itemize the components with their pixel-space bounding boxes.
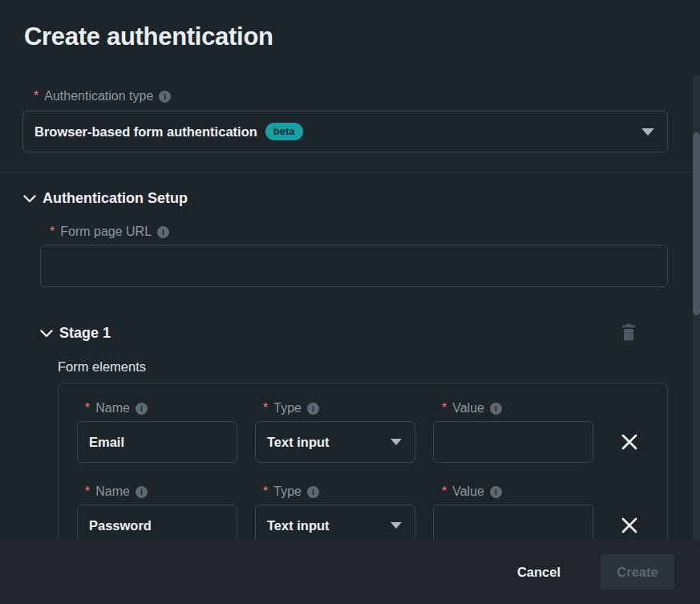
info-icon[interactable]: i — [136, 486, 148, 498]
row1-type-select[interactable]: Text input — [255, 421, 415, 463]
beta-badge: beta — [265, 123, 303, 140]
x-icon — [621, 433, 638, 451]
row1-name-label: * Name i — [85, 401, 148, 416]
row2-value-label: * Value i — [442, 484, 502, 499]
create-button[interactable]: Create — [601, 554, 674, 590]
info-icon[interactable]: i — [136, 403, 148, 415]
section-divider — [0, 172, 693, 172]
row2-name-label: * Name i — [85, 484, 148, 499]
row1-type-selected-value: Text input — [267, 435, 330, 450]
info-icon[interactable]: i — [159, 91, 171, 103]
required-marker: * — [34, 89, 38, 103]
required-marker: * — [50, 225, 55, 239]
scrollbar-thumb[interactable] — [693, 132, 700, 315]
info-icon[interactable]: i — [490, 403, 502, 415]
info-icon[interactable]: i — [307, 403, 319, 415]
row2-remove-button[interactable] — [617, 513, 641, 537]
info-icon[interactable]: i — [490, 486, 502, 498]
info-icon[interactable]: i — [157, 226, 169, 238]
form-page-url-input[interactable] — [40, 245, 668, 287]
row2-value-label-text: Value — [452, 484, 484, 499]
chevron-down-icon — [390, 522, 402, 529]
row1-value-label-text: Value — [452, 401, 484, 416]
auth-type-select[interactable]: Browser-based form authentication beta — [22, 111, 668, 152]
delete-stage-button[interactable] — [618, 321, 639, 346]
chevron-down-icon — [23, 195, 36, 203]
dialog-title: Create authentication — [24, 22, 273, 51]
form-page-url-label-text: Form page URL — [60, 225, 152, 239]
info-icon[interactable]: i — [307, 486, 319, 498]
row2-name-label-text: Name — [95, 484, 130, 499]
dialog-footer: Cancel Create — [0, 540, 700, 604]
trash-icon — [620, 322, 637, 342]
row2-type-label-text: Type — [273, 484, 301, 499]
row1-name-label-text: Name — [95, 401, 130, 416]
form-page-url-label: * Form page URL i — [50, 225, 169, 239]
required-marker: * — [442, 484, 447, 499]
chevron-down-icon — [390, 439, 402, 445]
create-authentication-dialog: Create authentication * Authentication t… — [0, 0, 700, 604]
row2-type-label: * Type i — [263, 484, 319, 499]
chevron-down-icon — [641, 128, 654, 136]
row1-type-label: * Type i — [263, 401, 319, 416]
form-elements-label: Form elements — [58, 359, 146, 375]
auth-setup-section-title: Authentication Setup — [42, 190, 188, 207]
required-marker: * — [263, 484, 268, 499]
row1-value-label: * Value i — [442, 401, 502, 416]
auth-type-label-text: Authentication type — [44, 89, 153, 103]
auth-type-label: * Authentication type i — [34, 89, 171, 103]
row1-value-input[interactable] — [433, 421, 593, 463]
row1-remove-button[interactable] — [617, 430, 641, 454]
row2-type-selected-value: Text input — [267, 518, 330, 533]
stage-1-section-header[interactable]: Stage 1 — [40, 325, 111, 342]
chevron-down-icon — [40, 330, 53, 338]
auth-setup-section-header[interactable]: Authentication Setup — [23, 190, 188, 207]
cancel-button[interactable]: Cancel — [512, 564, 565, 581]
required-marker: * — [85, 401, 90, 416]
required-marker: * — [442, 401, 447, 416]
stage-1-section-title: Stage 1 — [59, 325, 111, 342]
x-icon — [621, 517, 638, 534]
required-marker: * — [85, 484, 90, 499]
row1-name-input[interactable] — [77, 421, 237, 463]
row1-type-label-text: Type — [273, 401, 301, 416]
required-marker: * — [263, 401, 268, 416]
auth-type-selected-value: Browser-based form authentication — [34, 124, 257, 140]
